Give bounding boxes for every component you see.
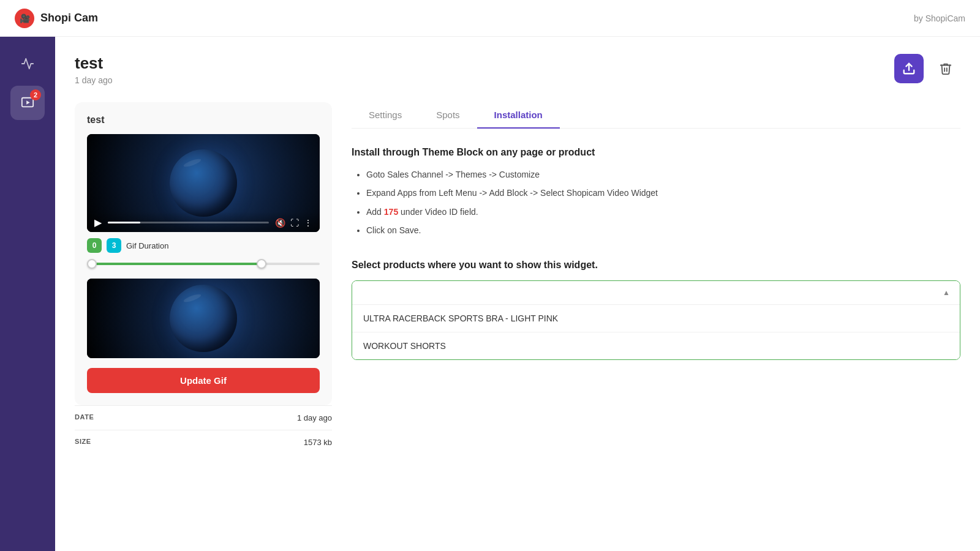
duration-label: Gif Duration <box>126 241 168 250</box>
header-actions <box>894 54 960 83</box>
video-controls: ▶ 🔇 ⛶ ⋮ <box>87 212 320 232</box>
duration-start-badge: 0 <box>87 238 102 253</box>
brand: 🎥 Shopi Cam <box>15 9 98 28</box>
install-step-3: Add 175 under Video ID field. <box>366 205 960 219</box>
right-panel: Settings Spots Installation Install thro… <box>352 102 960 454</box>
install-step-1: Goto Sales Channel -> Themes -> Customiz… <box>366 168 960 181</box>
video-progress-fill <box>108 222 140 223</box>
duration-area: 0 3 Gif Duration <box>87 238 320 270</box>
meta-size-value: 1573 kb <box>304 438 332 447</box>
delete-button[interactable] <box>931 54 960 83</box>
meta-size-label: SIZE <box>75 438 91 447</box>
meta-row-date: DATE 1 day ago <box>75 405 332 430</box>
tab-spots[interactable]: Spots <box>419 102 477 129</box>
brand-icon: 🎥 <box>15 9 34 28</box>
tab-settings[interactable]: Settings <box>352 102 419 129</box>
globe-image-2 <box>170 285 237 352</box>
video-progress-bar <box>108 222 269 223</box>
page-title: test <box>75 54 113 73</box>
upload-button[interactable] <box>894 54 924 83</box>
meta-date-value: 1 day ago <box>297 413 332 422</box>
video-card-title: test <box>87 114 320 126</box>
video-icons-right: 🔇 ⛶ ⋮ <box>275 218 312 228</box>
page-title-group: test 1 day ago <box>75 54 113 85</box>
page-subtitle: 1 day ago <box>75 75 113 85</box>
topbar: 🎥 Shopi Cam by ShopiCam <box>0 0 980 37</box>
brand-name: Shopi Cam <box>40 12 98 24</box>
products-title: Select products where you want to show t… <box>352 260 960 271</box>
content-area: test 1 day ago <box>55 37 980 551</box>
page-header: test 1 day ago <box>75 54 960 85</box>
play-button[interactable]: ▶ <box>94 217 102 228</box>
update-gif-button[interactable]: Update Gif <box>87 368 320 393</box>
duration-end-badge: 3 <box>107 238 121 253</box>
by-label: by ShopiCam <box>914 13 965 23</box>
range-slider[interactable] <box>87 258 320 270</box>
install-section-1: Install through Theme Block on any page … <box>352 147 960 238</box>
sidebar-item-analytics[interactable] <box>10 47 45 81</box>
range-fill <box>92 263 262 265</box>
product-item-2[interactable]: WORKOUT SHORTS <box>352 332 960 359</box>
range-thumb-left[interactable] <box>87 259 97 269</box>
globe-image <box>170 149 237 217</box>
tabs: Settings Spots Installation <box>352 102 960 129</box>
fullscreen-icon[interactable]: ⛶ <box>290 218 299 228</box>
svg-marker-1 <box>26 100 30 104</box>
sidebar-item-videos[interactable]: 2 <box>10 86 45 120</box>
meta-row-size: SIZE 1573 kb <box>75 430 332 454</box>
more-icon[interactable]: ⋮ <box>304 218 312 228</box>
install-title: Install through Theme Block on any page … <box>352 147 960 158</box>
left-panel: test ▶ <box>75 102 332 454</box>
chevron-up-icon: ▲ <box>943 288 950 297</box>
install-steps: Goto Sales Channel -> Themes -> Customiz… <box>352 168 960 238</box>
product-dropdown[interactable]: ▲ ULTRA RACERBACK SPORTS BRA - LIGHT PIN… <box>352 280 960 360</box>
tab-installation[interactable]: Installation <box>477 102 560 129</box>
mute-icon[interactable]: 🔇 <box>275 218 285 228</box>
product-item-1[interactable]: ULTRA RACERBACK SPORTS BRA - LIGHT PINK <box>352 305 960 332</box>
meta-date-label: DATE <box>75 413 94 422</box>
install-step-4: Click on Save. <box>366 223 960 237</box>
products-section: Select products where you want to show t… <box>352 260 960 360</box>
video-card: test ▶ <box>75 102 332 405</box>
range-thumb-right[interactable] <box>257 259 266 269</box>
video-preview-1: ▶ 🔇 ⛶ ⋮ <box>87 134 320 232</box>
video-id: 175 <box>384 207 398 217</box>
video-badge: 2 <box>30 89 41 100</box>
duration-labels-row: 0 3 Gif Duration <box>87 238 320 253</box>
sidebar: 2 <box>0 37 55 551</box>
video-preview-2 <box>87 279 320 358</box>
product-dropdown-header[interactable]: ▲ <box>352 281 960 305</box>
install-step-2: Expand Apps from Left Menu -> Add Block … <box>366 186 960 200</box>
